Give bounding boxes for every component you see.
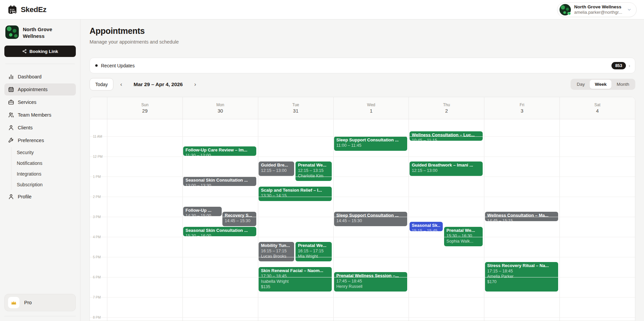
calendar-event[interactable]: Seasonal Sk...15:15 – 15:45 bbox=[410, 222, 443, 231]
recent-updates-bar[interactable]: Recent Updates 853 › bbox=[90, 58, 635, 73]
sidebar-nav: Dashboard Appointments Services Team Mem… bbox=[4, 71, 76, 203]
sidebar-item-subscription[interactable]: Subscription bbox=[13, 179, 76, 190]
day-column-thu[interactable]: Wellness Consultation – Luc...10:45 – 11… bbox=[409, 119, 484, 321]
sidebar-item-label: Clients bbox=[18, 125, 33, 130]
event-title: Guided Breathwork – Imani ... bbox=[412, 162, 480, 168]
day-column-sat[interactable] bbox=[559, 119, 635, 321]
bar-chart-icon bbox=[8, 74, 14, 80]
sidebar-item-label: Team Members bbox=[18, 112, 51, 118]
time-label: 5 PM bbox=[93, 255, 101, 259]
prev-week-button[interactable]: ‹ bbox=[115, 79, 127, 90]
calendar-logo-icon bbox=[7, 5, 17, 15]
users-icon bbox=[8, 112, 14, 118]
booking-link-button[interactable]: Booking Link bbox=[4, 46, 76, 57]
calendar-event[interactable]: Scalp and Tension Relief – I...13:30 – 1… bbox=[259, 187, 332, 201]
event-title: Prenatal We... bbox=[298, 162, 329, 168]
sidebar: North Grove Wellness Booking Link Dashbo… bbox=[0, 19, 80, 321]
day-column-sun[interactable] bbox=[107, 119, 182, 321]
time-label: 6 PM bbox=[93, 275, 101, 279]
user-icon bbox=[8, 125, 14, 131]
event-time: 16:15 – 17:15 bbox=[298, 248, 329, 254]
day-column-mon[interactable]: Follow-Up Care Review – Im...11:30 – 12:… bbox=[182, 119, 258, 321]
day-header-sun: Sun29 bbox=[107, 97, 182, 119]
event-title: Sleep Support Consultation ... bbox=[336, 137, 405, 143]
day-header-fri: Fri3 bbox=[484, 97, 559, 119]
calendar-event[interactable]: Wellness Consultation – Luc...10:45 – 11… bbox=[410, 131, 483, 141]
sidebar-item-label: Dashboard bbox=[18, 74, 42, 79]
sidebar-item-appointments[interactable]: Appointments bbox=[4, 83, 76, 95]
event-time: 14:45 – 15:15 bbox=[487, 218, 556, 221]
sidebar-item-security[interactable]: Security bbox=[13, 147, 76, 158]
calendar-event[interactable]: Stress Recovery Ritual – Na...17:15 – 18… bbox=[485, 262, 558, 292]
main-content: Appointments Manage your appointments an… bbox=[80, 19, 644, 321]
calendar-event[interactable]: Prenatal Wellness Session –...17:45 – 18… bbox=[334, 272, 407, 292]
plan-badge[interactable]: Pro bbox=[4, 294, 76, 311]
account-org-name: North Grove Wellness bbox=[574, 4, 622, 10]
next-week-button[interactable]: › bbox=[190, 79, 201, 90]
event-time: 11:30 – 12:00 bbox=[185, 153, 254, 156]
calendar-event[interactable]: Seasonal Skin Consultation ...15:30 – 16… bbox=[183, 227, 256, 236]
view-day-button[interactable]: Day bbox=[572, 80, 590, 89]
event-title: Seasonal Skin Consultation ... bbox=[185, 228, 254, 233]
hour-gridline bbox=[90, 217, 635, 217]
calendar-event[interactable]: Seasonal Skin Consultation ...13:00 – 13… bbox=[183, 177, 256, 186]
time-label: 1 PM bbox=[93, 175, 101, 179]
calendar-event[interactable]: Follow-Up Care Review – Im...11:30 – 12:… bbox=[183, 146, 256, 156]
hour-gridline bbox=[90, 317, 635, 318]
view-month-button[interactable]: Month bbox=[611, 80, 634, 89]
calendar-grid[interactable]: Follow-Up Care Review – Im...11:30 – 12:… bbox=[90, 119, 635, 321]
calendar-event[interactable]: Follow-Up ...14:30 – 15:00 bbox=[183, 207, 222, 216]
event-time: 17:45 – 18:45 bbox=[336, 278, 405, 284]
calendar-event[interactable]: Sleep Support Consultation ...11:00 – 11… bbox=[334, 136, 407, 151]
day-name: Sat bbox=[594, 103, 600, 107]
calendar-event[interactable]: Prenatal We...15:30 – 16:30Sophia Walk..… bbox=[444, 227, 483, 246]
hour-gridline bbox=[90, 237, 635, 237]
calendar-event[interactable]: Sleep Support Consultation ...14:45 – 15… bbox=[334, 212, 407, 226]
event-detail: Mia Wright bbox=[298, 254, 329, 259]
calendar-event[interactable]: Recovery S...14:45 – 15:30 bbox=[222, 212, 256, 226]
time-label: 3 PM bbox=[93, 215, 101, 219]
account-email: amelia.parker@northgr... bbox=[574, 10, 622, 15]
day-name: Tue bbox=[292, 103, 299, 107]
event-title: Guided Bre... bbox=[261, 162, 292, 168]
calendar-event[interactable]: Guided Breathwork – Imani ...12:15 – 13:… bbox=[410, 162, 483, 176]
briefcase-icon bbox=[8, 99, 14, 105]
event-time: 17:15 – 18:45 bbox=[487, 268, 556, 274]
calendar-event[interactable]: Skin Renewal Facial – Naom...17:30 – 18:… bbox=[259, 267, 332, 292]
day-number: 3 bbox=[521, 108, 523, 114]
event-time: 13:00 – 13:30 bbox=[185, 183, 254, 186]
calendar-event[interactable]: Guided Bre...12:15 – 13:00 bbox=[259, 162, 294, 176]
event-title: Wellness Consultation – Luc... bbox=[412, 132, 480, 138]
sidebar-item-dashboard[interactable]: Dashboard bbox=[4, 71, 76, 83]
sidebar-item-preferences[interactable]: Preferences bbox=[4, 134, 76, 146]
hour-gridline bbox=[90, 257, 635, 257]
calendar-event[interactable]: Mobility Tun...16:15 – 17:15Lucas Brooks bbox=[259, 242, 294, 261]
day-column-wed[interactable]: Sleep Support Consultation ...11:00 – 11… bbox=[333, 119, 409, 321]
sidebar-item-notifications[interactable]: Notifications bbox=[13, 158, 76, 169]
event-title: Follow-Up ... bbox=[185, 207, 219, 213]
sidebar-item-team-members[interactable]: Team Members bbox=[4, 109, 76, 121]
day-column-fri[interactable]: Wellness Consultation – Ma...14:45 – 15:… bbox=[484, 119, 559, 321]
sidebar-item-label: Services bbox=[18, 100, 37, 105]
page-subtitle: Manage your appointments and schedule bbox=[90, 39, 635, 45]
event-time: 16:15 – 17:15 bbox=[261, 248, 292, 254]
account-menu[interactable]: North Grove Wellness amelia.parker@north… bbox=[557, 2, 637, 17]
sidebar-item-label: Preferences bbox=[18, 138, 44, 143]
calendar-event[interactable]: Prenatal We...16:15 – 17:15Mia Wright bbox=[296, 242, 332, 261]
today-button[interactable]: Today bbox=[90, 78, 113, 90]
hour-gridline bbox=[90, 297, 635, 298]
view-week-button[interactable]: Week bbox=[590, 80, 611, 89]
page-title: Appointments bbox=[90, 26, 635, 36]
recent-updates-label: Recent Updates bbox=[101, 63, 135, 68]
event-time: 15:30 – 16:30 bbox=[446, 233, 480, 239]
calendar-event[interactable]: Wellness Consultation – Ma...14:45 – 15:… bbox=[485, 212, 558, 221]
day-column-tue[interactable]: Guided Bre...12:15 – 13:00Prenatal We...… bbox=[258, 119, 333, 321]
preferences-subnav: Security Notifications Integrations Subs… bbox=[11, 147, 76, 190]
workspace-header: North Grove Wellness bbox=[4, 25, 76, 40]
sidebar-item-clients[interactable]: Clients bbox=[4, 122, 76, 134]
sidebar-item-integrations[interactable]: Integrations bbox=[13, 169, 76, 179]
sidebar-item-profile[interactable]: Profile bbox=[4, 191, 76, 203]
share-icon bbox=[22, 49, 27, 54]
calendar-event[interactable]: Prenatal We...12:15 – 13:15Charlotte Kim bbox=[296, 162, 332, 181]
sidebar-item-services[interactable]: Services bbox=[4, 96, 76, 108]
